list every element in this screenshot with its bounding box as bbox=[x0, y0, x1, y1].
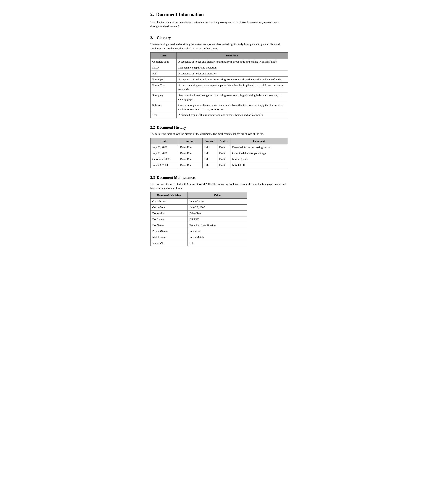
glossary-term-cell: Path bbox=[150, 71, 176, 77]
history-col-comment-header: Comment bbox=[230, 138, 288, 144]
bookmark-var-cell: ProductName bbox=[150, 228, 187, 234]
bookmark-table-header-row: Bookmark Variable Value bbox=[150, 192, 247, 199]
glossary-table-header-row: Term Definition bbox=[150, 52, 288, 59]
bookmark-val-cell: IntelleCache bbox=[187, 199, 247, 204]
bookmark-var-cell: CacheName bbox=[150, 199, 187, 204]
subsection-2-1-heading: 2.1 Glossary bbox=[150, 35, 288, 40]
bookmark-val-cell: Brian Roe bbox=[187, 210, 247, 216]
history-col-status-header: Status bbox=[217, 138, 230, 144]
bookmark-table-row: CreateDate June 23, 2000 bbox=[150, 204, 247, 210]
glossary-term-cell: Partial path bbox=[150, 77, 176, 83]
bookmark-table-row: ProductName IntelleCat bbox=[150, 228, 247, 234]
glossary-table-row: Path A sequence of nodes and branches bbox=[150, 71, 288, 77]
history-table-row: July 31, 2001 Brian Roe 1.0d Draft Exten… bbox=[150, 144, 288, 150]
glossary-term-cell: Sub-tree bbox=[150, 102, 176, 112]
history-version-cell: 1.0b bbox=[202, 156, 217, 162]
section-heading: 2.Document Information bbox=[150, 11, 288, 18]
history-author-cell: Brian Roe bbox=[178, 150, 202, 156]
subsection-2-3-heading: 2.3 Document Maintenance. bbox=[150, 175, 288, 180]
section-title-text: Document Information bbox=[156, 12, 204, 17]
glossary-table-row: Tree A directed graph with a root node a… bbox=[150, 112, 288, 118]
history-version-cell: 1.0a bbox=[202, 162, 217, 168]
history-col-author-header: Author bbox=[178, 138, 202, 144]
bookmark-var-cell: DocAuthor bbox=[150, 210, 187, 216]
glossary-def-cell: A sequence of nodes and branches bbox=[176, 71, 288, 77]
bookmark-val-cell: DRAFT bbox=[187, 216, 247, 222]
history-col-version-header: Version bbox=[202, 138, 217, 144]
bookmark-table-row: CacheName IntelleCache bbox=[150, 199, 247, 204]
maintenance-intro: This document was created with Microsoft… bbox=[150, 182, 288, 190]
history-status-cell: Draft bbox=[217, 162, 230, 168]
glossary-def-cell: A sequence of nodes and branches startin… bbox=[176, 59, 288, 65]
history-date-cell: July 29, 2001 bbox=[150, 150, 178, 156]
glossary-table-row: Sub-tree One or more paths with a common… bbox=[150, 102, 288, 112]
bookmark-col-var-header: Bookmark Variable bbox=[150, 192, 187, 199]
history-comment-cell: Combined docs for patent app bbox=[230, 150, 288, 156]
bookmark-table-row: DocAuthor Brian Roe bbox=[150, 210, 247, 216]
bookmark-val-cell: Technical Specification bbox=[187, 222, 247, 228]
subsection-2-2-number: 2.2 bbox=[150, 125, 155, 129]
glossary-def-cell: Any combination of navigation of existin… bbox=[176, 93, 288, 102]
history-date-cell: July 31, 2001 bbox=[150, 144, 178, 150]
bookmark-val-cell: 1.0d bbox=[187, 240, 247, 246]
section-number: 2. bbox=[150, 12, 154, 17]
glossary-intro: The terminology used in describing the s… bbox=[150, 42, 288, 51]
glossary-table-row: Partial Tree A tree containing one or mo… bbox=[150, 83, 288, 93]
glossary-term-cell: Shopping bbox=[150, 93, 176, 102]
subsection-2-3-title: Document Maintenance. bbox=[157, 175, 196, 179]
glossary-def-cell: One or more paths with a common parent n… bbox=[176, 102, 288, 112]
glossary-table-row: Shopping Any combination of navigation o… bbox=[150, 93, 288, 102]
history-status-cell: Draft bbox=[217, 144, 230, 150]
glossary-def-cell: A sequence of nodes and branches startin… bbox=[176, 77, 288, 83]
glossary-term-cell: Partial Tree bbox=[150, 83, 176, 93]
bookmark-col-val-header: Value bbox=[187, 192, 247, 199]
glossary-col-term-header: Term bbox=[150, 52, 176, 59]
glossary-col-def-header: Definition bbox=[176, 52, 288, 59]
glossary-table: Term Definition Complete path A sequence… bbox=[150, 52, 288, 118]
bookmark-val-cell: June 23, 2000 bbox=[187, 204, 247, 210]
history-table-header-row: Date Author Version Status Comment bbox=[150, 138, 288, 144]
history-table-row: October 2, 2000 Brian Roe 1.0b Draft Maj… bbox=[150, 156, 288, 162]
subsection-2-1-title: Glossary bbox=[157, 36, 171, 40]
glossary-table-row: MRO Maintenance, repair and operation bbox=[150, 65, 288, 71]
history-status-cell: Draft bbox=[217, 150, 230, 156]
subsection-2-1-number: 2.1 bbox=[150, 36, 155, 40]
history-table-row: June 23, 2000 Brian Roe 1.0a Draft Initi… bbox=[150, 162, 288, 168]
bookmark-var-cell: CreateDate bbox=[150, 204, 187, 210]
history-author-cell: Brian Roe bbox=[178, 144, 202, 150]
glossary-term-cell: MRO bbox=[150, 65, 176, 71]
bookmark-table-row: DocStatus DRAFT bbox=[150, 216, 247, 222]
history-status-cell: Draft bbox=[217, 156, 230, 162]
bookmark-table-row: VersionNo 1.0d bbox=[150, 240, 247, 246]
glossary-def-cell: Maintenance, repair and operation bbox=[176, 65, 288, 71]
history-comment-cell: Extended Assist processing section bbox=[230, 144, 288, 150]
history-author-cell: Brian Roe bbox=[178, 156, 202, 162]
history-author-cell: Brian Roe bbox=[178, 162, 202, 168]
bookmark-table-row: DocName Technical Specification bbox=[150, 222, 247, 228]
history-comment-cell: Major Update bbox=[230, 156, 288, 162]
bookmark-var-cell: MatchName bbox=[150, 234, 187, 240]
bookmark-table: Bookmark Variable Value CacheName Intell… bbox=[150, 192, 247, 246]
history-comment-cell: Initial draft bbox=[230, 162, 288, 168]
bookmark-val-cell: IntelleMatch bbox=[187, 234, 247, 240]
bookmark-table-row: MatchName IntelleMatch bbox=[150, 234, 247, 240]
bookmark-var-cell: VersionNo bbox=[150, 240, 187, 246]
glossary-table-row: Complete path A sequence of nodes and br… bbox=[150, 59, 288, 65]
history-version-cell: 1.0d bbox=[202, 144, 217, 150]
bookmark-var-cell: DocStatus bbox=[150, 216, 187, 222]
history-date-cell: October 2, 2000 bbox=[150, 156, 178, 162]
glossary-term-cell: Complete path bbox=[150, 59, 176, 65]
history-col-date-header: Date bbox=[150, 138, 178, 144]
subsection-2-3-number: 2.3 bbox=[150, 175, 155, 179]
subsection-2-2-heading: 2.2 Document History bbox=[150, 125, 288, 130]
bookmark-val-cell: IntelleCat bbox=[187, 228, 247, 234]
section-intro: This chapter contains document-level met… bbox=[150, 20, 288, 28]
history-table-row: July 29, 2001 Brian Roe 1.0c Draft Combi… bbox=[150, 150, 288, 156]
glossary-term-cell: Tree bbox=[150, 112, 176, 118]
history-version-cell: 1.0c bbox=[202, 150, 217, 156]
bookmark-var-cell: DocName bbox=[150, 222, 187, 228]
history-table: Date Author Version Status Comment July … bbox=[150, 138, 288, 168]
glossary-table-row: Partial path A sequence of nodes and bra… bbox=[150, 77, 288, 83]
glossary-def-cell: A tree containing one or more partial pa… bbox=[176, 83, 288, 93]
history-date-cell: June 23, 2000 bbox=[150, 162, 178, 168]
